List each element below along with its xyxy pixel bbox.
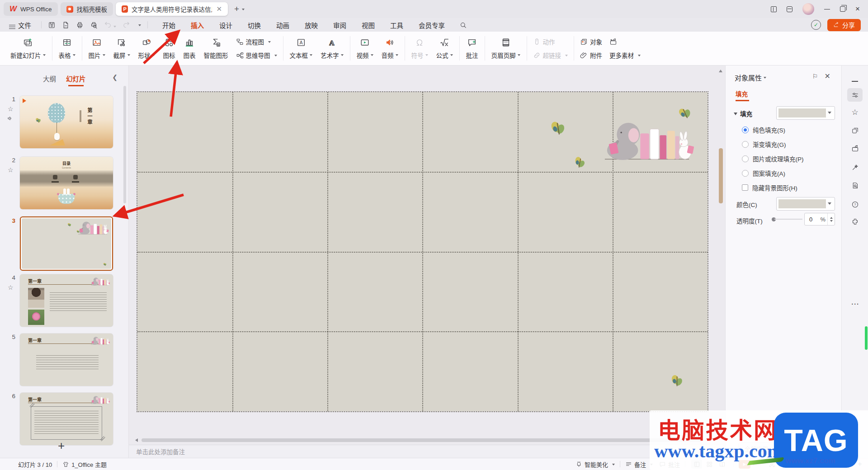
minimize-button[interactable]: [824, 9, 830, 9]
theme-indicator[interactable]: 1_Office 主题: [62, 460, 107, 469]
color-dropdown[interactable]: [776, 197, 835, 211]
search-icon[interactable]: [459, 21, 467, 29]
slide-thumbnail-6[interactable]: 第一章: [20, 393, 113, 445]
chart-button[interactable]: 图表: [179, 38, 200, 60]
print-icon[interactable]: [76, 21, 84, 29]
menu-transition[interactable]: 切换: [247, 19, 262, 32]
plugins-icon[interactable]: [847, 215, 863, 228]
redo-button[interactable]: [123, 20, 130, 29]
flowchart-button[interactable]: 流程图: [236, 37, 277, 46]
wordart-button[interactable]: A 艺术字: [316, 38, 348, 60]
smart-beautify-button[interactable]: 智能美化: [576, 460, 615, 469]
menu-slideshow[interactable]: 放映: [304, 19, 319, 32]
transparency-input[interactable]: 0 %: [804, 213, 835, 226]
hide-background-checkbox[interactable]: 隐藏背景图形(H): [742, 183, 797, 192]
tab-docer-templates[interactable]: 找稻壳模板: [61, 2, 113, 16]
share-button[interactable]: 分享: [827, 19, 861, 31]
close-tab-icon[interactable]: ✕: [217, 5, 222, 13]
shapes-layers-icon[interactable]: [847, 123, 863, 137]
mindmap-button[interactable]: 思维导图: [236, 51, 277, 60]
vertical-scroll-thumb[interactable]: [719, 148, 723, 203]
slide-thumbnail-2[interactable]: 目录 Contents: [20, 157, 113, 209]
smart-beautify-icon[interactable]: [847, 160, 863, 174]
side-panel-icon[interactable]: [771, 6, 777, 12]
tab-outline[interactable]: 大纲: [43, 74, 56, 83]
notes-button[interactable]: 备注: [625, 460, 653, 469]
gradient-fill-option[interactable]: 渐变填充(G): [742, 140, 786, 149]
pin-icon[interactable]: ⚐: [812, 73, 818, 80]
file-menu-button[interactable]: 文件: [0, 20, 38, 30]
panel-title[interactable]: 对象属性: [735, 73, 766, 82]
transparency-slider-track[interactable]: [774, 219, 802, 220]
icon-library-button[interactable]: 图标: [159, 38, 179, 60]
picture-button[interactable]: 图片: [85, 38, 109, 60]
restore-button[interactable]: [840, 6, 845, 12]
scroll-left-icon[interactable]: [133, 438, 138, 442]
menu-view[interactable]: 视图: [361, 19, 376, 32]
menu-review[interactable]: 审阅: [332, 19, 347, 32]
comment-button[interactable]: 批注: [462, 38, 482, 60]
slide-thumbnail-4[interactable]: 第一章: [20, 274, 113, 327]
collapse-panel-icon[interactable]: ❮: [112, 74, 118, 81]
slides-panel-scrollbar[interactable]: [123, 86, 126, 203]
canvas-vertical-scrollbar[interactable]: [719, 68, 723, 445]
symbol-button[interactable]: 符号: [407, 38, 432, 60]
close-panel-icon[interactable]: ✕: [825, 72, 830, 80]
new-slide-button[interactable]: 新建幻灯片: [6, 38, 50, 60]
menu-insert[interactable]: 插入: [190, 19, 205, 32]
material-library-icon[interactable]: [847, 141, 863, 155]
undo-button[interactable]: [104, 20, 116, 29]
menu-animation[interactable]: 动画: [275, 19, 290, 32]
document-search-icon[interactable]: [847, 179, 863, 192]
fill-tab[interactable]: 填充: [736, 89, 748, 98]
scroll-up-icon[interactable]: [719, 68, 722, 72]
horizontal-scroll-thumb[interactable]: [142, 438, 702, 442]
action-button[interactable]: 动作: [533, 37, 568, 46]
canvas-horizontal-scrollbar[interactable]: [129, 438, 723, 442]
slide-thumbnail-5[interactable]: 第一章: [20, 334, 113, 386]
integrations-icon[interactable]: [787, 6, 793, 12]
cloud-saved-icon[interactable]: ✓: [811, 20, 821, 30]
audio-button[interactable]: 音频: [377, 38, 402, 60]
add-slide-button[interactable]: +: [58, 439, 65, 453]
pattern-fill-option[interactable]: 图案填充(A): [742, 169, 785, 178]
video-button[interactable]: 视频: [353, 38, 377, 60]
menu-home[interactable]: 开始: [161, 19, 176, 32]
transparency-stepper[interactable]: [827, 213, 835, 225]
export-pdf-icon[interactable]: [62, 21, 70, 29]
tab-slides[interactable]: 幻灯片: [66, 74, 86, 83]
menu-tools[interactable]: 工具: [389, 19, 404, 32]
tab-document-active[interactable]: P 文字是人类用符号记录表达信息以 ✕: [116, 2, 228, 16]
table-button[interactable]: 表格: [55, 38, 80, 60]
save-icon[interactable]: [48, 21, 56, 29]
fill-section-header[interactable]: 填充: [734, 109, 752, 118]
picture-texture-fill-option[interactable]: 图片或纹理填充(P): [742, 154, 804, 163]
collapse-rail-icon[interactable]: [847, 75, 863, 88]
smart-graphic-button[interactable]: 智能图形: [200, 38, 232, 60]
properties-icon[interactable]: [847, 88, 863, 102]
menu-design[interactable]: 设计: [218, 19, 233, 32]
notes-area[interactable]: 单击此处添加备注: [129, 445, 723, 458]
hyperlink-button[interactable]: 超链接: [533, 51, 568, 60]
screenshot-button[interactable]: 截屏: [109, 38, 134, 60]
effects-star-icon[interactable]: ☆: [847, 105, 863, 119]
help-icon[interactable]: ?: [847, 197, 863, 211]
object-button[interactable]: 对象: [580, 37, 602, 46]
formula-button[interactable]: 公式: [432, 38, 457, 60]
slide-thumbnail-3-selected[interactable]: [20, 216, 113, 271]
fill-style-dropdown[interactable]: [776, 106, 835, 120]
attachment-button[interactable]: 附件: [580, 51, 602, 60]
more-assets-icon-button[interactable]: [609, 38, 641, 46]
shape-button[interactable]: 形状: [134, 38, 159, 60]
new-tab-button[interactable]: +: [234, 4, 239, 14]
header-footer-button[interactable]: 页眉页脚: [487, 38, 524, 60]
close-window-button[interactable]: ×: [855, 5, 860, 14]
user-avatar[interactable]: [802, 3, 814, 15]
more-rail-icon[interactable]: ⋯: [847, 297, 863, 310]
tab-list-caret-icon[interactable]: [242, 9, 245, 12]
slide-thumbnail-1[interactable]: 第一章: [20, 96, 113, 148]
tab-wps-office[interactable]: W WPS Office: [4, 2, 58, 16]
textbox-button[interactable]: A 文本框: [286, 38, 317, 60]
more-assets-button[interactable]: 更多素材: [609, 51, 641, 60]
print-preview-icon[interactable]: [90, 21, 98, 29]
